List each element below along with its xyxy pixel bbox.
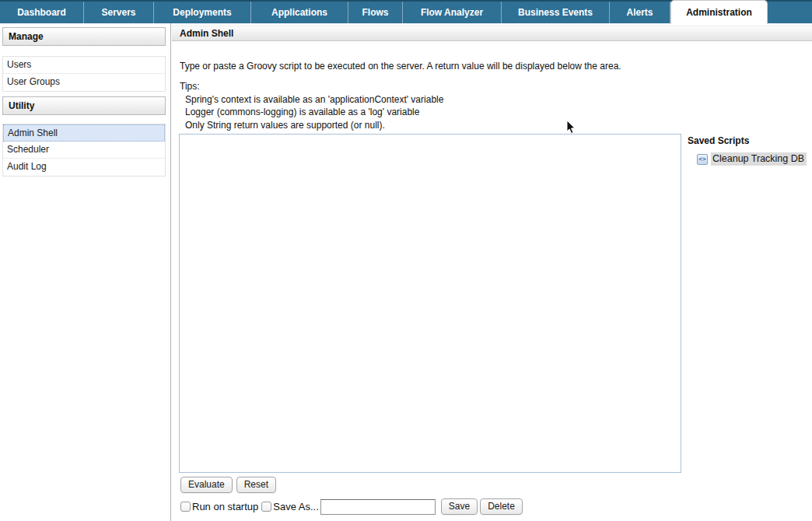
- action-button-row: Evaluate Reset: [180, 477, 276, 493]
- sidebar-item-admin-shell[interactable]: Admin Shell: [3, 124, 165, 142]
- sidebar-section-utility: Utility: [2, 96, 166, 115]
- tab-administration[interactable]: Administration: [670, 0, 768, 24]
- tab-business-events[interactable]: Business Events: [502, 2, 610, 23]
- sidebar: Manage Users User Groups Utility Admin S…: [2, 27, 166, 177]
- tab-bar-filler: [768, 2, 812, 23]
- top-tab-bar: Dashboard Servers Deployments Applicatio…: [0, 0, 812, 23]
- run-on-startup-label[interactable]: Run on startup: [192, 501, 258, 512]
- reset-button[interactable]: Reset: [236, 477, 276, 493]
- saved-script-label: Cleanup Tracking DB: [711, 152, 807, 166]
- save-row: Run on startup Save As... Save Delete: [180, 498, 523, 515]
- tab-servers[interactable]: Servers: [84, 2, 154, 23]
- tab-flows[interactable]: Flows: [348, 2, 403, 23]
- sidebar-item-audit-log[interactable]: Audit Log: [3, 159, 165, 176]
- tip-line: Logger (commons-logging) is available as…: [180, 106, 443, 119]
- tab-deployments[interactable]: Deployments: [154, 2, 251, 23]
- saved-script-item[interactable]: <> Cleanup Tracking DB: [697, 152, 807, 166]
- run-on-startup-checkbox[interactable]: [180, 502, 191, 512]
- description-text: Type or paste a Groovy script to be exec…: [180, 61, 621, 72]
- delete-button[interactable]: Delete: [480, 498, 523, 515]
- script-icon: <>: [697, 154, 708, 165]
- page-title: Admin Shell: [172, 26, 812, 41]
- mouse-cursor-icon: [566, 120, 576, 135]
- tab-flow-analyzer[interactable]: Flow Analyzer: [403, 2, 502, 23]
- sidebar-utility-list: Admin Shell Scheduler Audit Log: [2, 124, 166, 177]
- sidebar-item-user-groups[interactable]: User Groups: [3, 74, 165, 91]
- sidebar-manage-list: Users User Groups: [2, 56, 166, 92]
- save-button[interactable]: Save: [441, 498, 478, 515]
- save-as-label[interactable]: Save As...: [273, 501, 319, 512]
- evaluate-button[interactable]: Evaluate: [180, 477, 233, 493]
- tip-line: Spring's context is available as an 'app…: [180, 93, 443, 107]
- panel-divider: [170, 23, 171, 521]
- groovy-script-input[interactable]: [179, 134, 681, 473]
- save-as-checkbox[interactable]: [261, 502, 271, 512]
- tab-dashboard[interactable]: Dashboard: [0, 2, 84, 23]
- sidebar-section-manage: Manage: [2, 27, 166, 46]
- tips-block: Tips: Spring's context is available as a…: [180, 80, 443, 131]
- tips-heading: Tips:: [180, 80, 443, 93]
- tab-applications[interactable]: Applications: [251, 2, 348, 23]
- sidebar-item-users[interactable]: Users: [3, 57, 165, 74]
- save-as-name-input[interactable]: [320, 499, 436, 515]
- tab-alerts[interactable]: Alerts: [610, 2, 670, 23]
- tip-line: Only String return values are supported …: [180, 119, 443, 132]
- saved-scripts-title: Saved Scripts: [688, 135, 749, 146]
- sidebar-item-scheduler[interactable]: Scheduler: [3, 142, 165, 159]
